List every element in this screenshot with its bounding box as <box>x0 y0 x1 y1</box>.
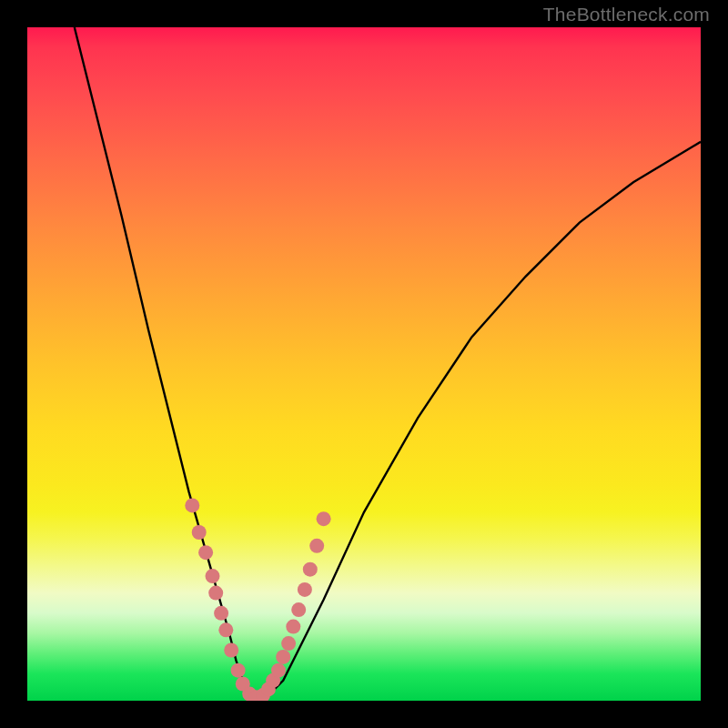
marker-dot <box>208 586 223 601</box>
marker-dot <box>206 569 220 583</box>
marker-dot <box>231 663 246 678</box>
marker-dot <box>198 545 213 560</box>
bottleneck-curve-path <box>75 27 701 701</box>
watermark-text: TheBottleneck.com <box>543 4 710 25</box>
marker-dot <box>192 525 207 540</box>
marker-dot <box>298 582 312 597</box>
marker-dot <box>185 498 199 512</box>
marker-dot <box>218 622 233 637</box>
chart-frame: TheBottleneck.com <box>0 0 728 728</box>
chart-svg <box>27 27 701 701</box>
marker-dot <box>271 663 286 678</box>
marker-dot <box>214 606 228 621</box>
marker-dot <box>286 620 300 634</box>
marker-dot <box>309 539 324 553</box>
marker-dot <box>224 643 238 658</box>
marker-dot <box>276 650 290 664</box>
chart-plot-area <box>27 27 701 701</box>
marker-dot <box>281 636 296 651</box>
marker-dots-group <box>185 498 330 701</box>
marker-dot <box>291 602 306 617</box>
marker-dot <box>303 562 318 577</box>
marker-dot <box>317 511 331 526</box>
